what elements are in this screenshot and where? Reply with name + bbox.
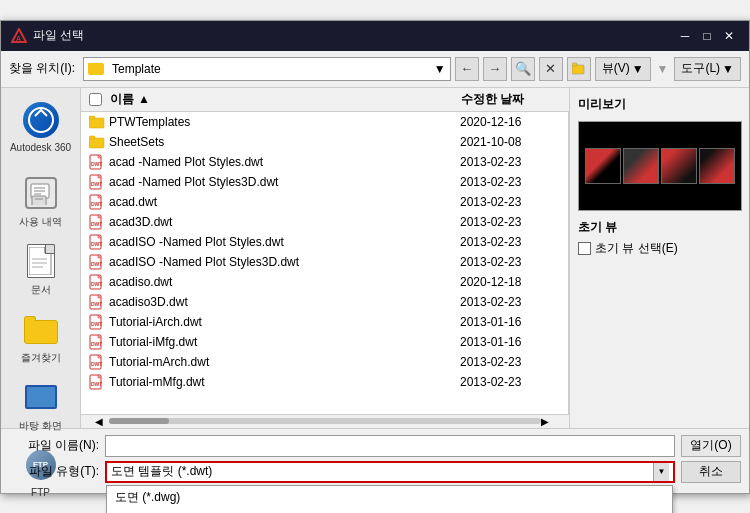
initial-view-checkbox[interactable] (578, 242, 591, 255)
file-name: SheetSets (109, 135, 460, 149)
table-row[interactable]: DWT acad -Named Plot Styles.dwt2013-02-2… (81, 152, 568, 172)
filename-input[interactable] (105, 435, 675, 457)
table-row[interactable]: DWT acadiso.dwt2020-12-18 (81, 272, 568, 292)
sidebar-item-autodesk360[interactable]: Autodesk 360 (6, 96, 76, 157)
file-date: 2013-02-23 (460, 295, 560, 309)
filetype-row: 파일 유형(T): 도면 템플릿 (*.dwt) ▼ 도면 (*.dwg)표준 … (9, 461, 741, 483)
horizontal-scrollbar[interactable]: ◀ ▶ (81, 414, 569, 428)
table-row[interactable]: PTWTemplates2020-12-16 (81, 112, 568, 132)
table-row[interactable]: SheetSets2021-10-08 (81, 132, 568, 152)
checkbox-row: 초기 뷰 선택(E) (578, 240, 741, 257)
autodesk360-icon (23, 102, 59, 138)
file-select-dialog: A 파일 선택 ─ □ ✕ 찾을 위치(I): Template ▼ ← → 🔍… (0, 20, 750, 494)
title-bar-controls: ─ □ ✕ (675, 26, 739, 46)
filetype-value: 도면 템플릿 (*.dwt) (111, 463, 212, 480)
initial-view-label: 초기 뷰 (578, 219, 741, 236)
minimize-button[interactable]: ─ (675, 26, 695, 46)
sidebar-item-desktop[interactable]: 바탕 화면 (6, 373, 76, 437)
svg-text:DWT: DWT (91, 281, 102, 287)
sidebar-item-history[interactable]: 사용 내역 (6, 169, 76, 233)
table-row[interactable]: DWT acad -Named Plot Styles3D.dwt2013-02… (81, 172, 568, 192)
svg-rect-17 (89, 116, 95, 119)
maximize-button[interactable]: □ (697, 26, 717, 46)
col-name-header[interactable]: 이름 ▲ (89, 91, 461, 108)
dwt-file-icon: DWT (89, 274, 105, 290)
sidebar-label-documents: 문서 (31, 283, 51, 297)
toolbar: 찾을 위치(I): Template ▼ ← → 🔍 ✕ 뷰(V) ▼ ▼ 도구… (1, 51, 749, 88)
dwt-file-icon: DWT (89, 174, 105, 190)
file-list[interactable]: PTWTemplates2020-12-16 SheetSets2021-10-… (81, 112, 569, 414)
forward-button[interactable]: → (483, 57, 507, 81)
file-name: Tutorial-mMfg.dwt (109, 375, 460, 389)
delete-button[interactable]: ✕ (539, 57, 563, 81)
new-folder-button[interactable] (567, 57, 591, 81)
tools-menu[interactable]: 도구(L) ▼ (674, 57, 741, 81)
filename-row: 파일 이름(N): 열기(O) (9, 435, 741, 457)
svg-text:DWT: DWT (91, 341, 102, 347)
scroll-right-btn[interactable]: ▶ (541, 416, 555, 427)
col-date-label: 수정한 날짜 (461, 92, 524, 106)
table-row[interactable]: DWT acadiso3D.dwt2013-02-23 (81, 292, 568, 312)
table-row[interactable]: DWT Tutorial-mMfg.dwt2013-02-23 (81, 372, 568, 392)
sidebar-item-favorites[interactable]: 즐겨찾기 (6, 305, 76, 369)
back-button[interactable]: ← (455, 57, 479, 81)
dwt-file-icon: DWT (89, 194, 105, 210)
dwt-file-icon: DWT (89, 354, 105, 370)
dropdown-item[interactable]: 표준 (*.dws) (107, 509, 672, 514)
table-row[interactable]: DWT Tutorial-iMfg.dwt2013-01-16 (81, 332, 568, 352)
svg-text:DWT: DWT (91, 181, 102, 187)
sidebar-label-ftp: FTP (31, 487, 50, 498)
file-area: 이름 ▲ 수정한 날짜 PTWTemplates2020-12-16 Sheet… (81, 88, 569, 428)
sidebar-item-bottom[interactable]: 🔍 (6, 510, 76, 514)
sidebar-item-documents[interactable]: 문서 (6, 237, 76, 301)
thumb-3 (661, 148, 697, 184)
preview-image (578, 121, 742, 211)
views-menu[interactable]: 뷰(V) ▼ (595, 57, 651, 81)
initial-view-section: 초기 뷰 초기 뷰 선택(E) (578, 219, 741, 257)
file-name: acad.dwt (109, 195, 460, 209)
dropdown-item[interactable]: 도면 (*.dwg) (107, 486, 672, 509)
filetype-dropdown: 도면 (*.dwg)표준 (*.dws)DXF (*.dxf)도면 템플릿 (*… (106, 485, 673, 514)
file-list-header: 이름 ▲ 수정한 날짜 (81, 88, 569, 112)
svg-rect-3 (572, 63, 577, 66)
dwt-file-icon: DWT (89, 214, 105, 230)
table-row[interactable]: DWT acad3D.dwt2013-02-23 (81, 212, 568, 232)
table-row[interactable]: DWT acad.dwt2013-02-23 (81, 192, 568, 212)
search-button[interactable]: 🔍 (511, 57, 535, 81)
close-button[interactable]: ✕ (719, 26, 739, 46)
table-row[interactable]: DWT Tutorial-mArch.dwt2013-02-23 (81, 352, 568, 372)
svg-text:DWT: DWT (91, 361, 102, 367)
filetype-label: 파일 유형(T): (9, 463, 99, 480)
file-name: acadISO -Named Plot Styles.dwt (109, 235, 460, 249)
table-row[interactable]: DWT acadISO -Named Plot Styles3D.dwt2013… (81, 252, 568, 272)
svg-rect-2 (572, 65, 584, 74)
sidebar-label-desktop: 바탕 화면 (19, 419, 62, 433)
dwt-file-icon: DWT (89, 234, 105, 250)
filetype-combo[interactable]: 도면 템플릿 (*.dwt) ▼ 도면 (*.dwg)표준 (*.dws)DXF… (105, 461, 675, 483)
scrollbar-track (109, 418, 541, 424)
title-bar: A 파일 선택 ─ □ ✕ (1, 21, 749, 51)
location-folder-icon (88, 63, 104, 75)
table-row[interactable]: DWT Tutorial-iArch.dwt2013-01-16 (81, 312, 568, 332)
svg-text:DWT: DWT (91, 321, 102, 327)
location-combo-arrow: ▼ (434, 62, 446, 76)
svg-text:DWT: DWT (91, 261, 102, 267)
cancel-button[interactable]: 취소 (681, 461, 741, 483)
file-name: PTWTemplates (109, 115, 460, 129)
location-combo[interactable]: Template ▼ (83, 57, 451, 81)
favorites-icon (24, 314, 58, 344)
select-all-checkbox[interactable] (89, 93, 102, 106)
svg-text:DWT: DWT (91, 161, 102, 167)
col-date-header[interactable]: 수정한 날짜 (461, 91, 561, 108)
scrollbar-thumb[interactable] (109, 418, 169, 424)
table-row[interactable]: DWT acadISO -Named Plot Styles.dwt2013-0… (81, 232, 568, 252)
folder-icon (89, 134, 105, 150)
svg-text:DWT: DWT (91, 241, 102, 247)
file-date: 2013-02-23 (460, 235, 560, 249)
dialog-title: 파일 선택 (33, 27, 84, 44)
filetype-combo-arrow[interactable]: ▼ (653, 463, 669, 481)
scroll-left-btn[interactable]: ◀ (95, 416, 109, 427)
thumb-4 (699, 148, 735, 184)
open-button[interactable]: 열기(O) (681, 435, 741, 457)
new-folder-icon (572, 62, 586, 76)
